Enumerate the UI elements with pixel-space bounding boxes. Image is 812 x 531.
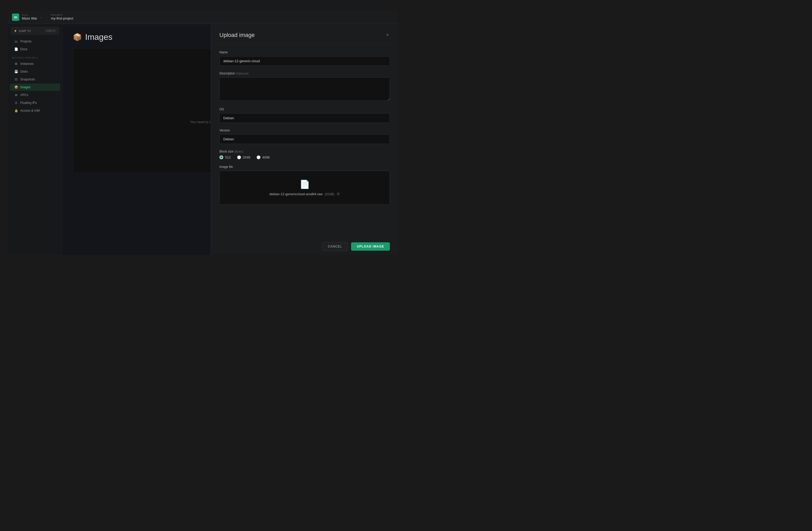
file-drop-area[interactable]: 📄 debian-12-genericcloud-amd64.raw (2GiB… bbox=[219, 171, 390, 205]
main-layout: ⚡ JUMP TO CMD+K 🗂 Projects 📄 Docs MY-FIR… bbox=[8, 24, 398, 255]
sidebar-item-label: Access & IAM bbox=[20, 109, 40, 113]
disks-icon: 💾 bbox=[14, 70, 18, 73]
silo-info: SILO Maze War bbox=[22, 14, 37, 20]
block-size-2048-radio[interactable] bbox=[237, 155, 241, 159]
panel-close-button[interactable]: × bbox=[385, 31, 390, 39]
panel-title: Upload image bbox=[219, 32, 255, 39]
main-content: 📦 Images 📦 No images You need to create … bbox=[62, 24, 398, 255]
sidebar-item-instances[interactable]: ⊞ Instances bbox=[10, 60, 60, 68]
images-page-icon: 📦 bbox=[73, 33, 82, 41]
block-size-label: Block size (Bytes) bbox=[219, 150, 390, 153]
app-logo-icon: m bbox=[12, 14, 19, 21]
os-input[interactable] bbox=[219, 113, 390, 123]
os-label: OS bbox=[219, 107, 390, 111]
name-label: Name bbox=[219, 51, 390, 54]
upload-image-button[interactable]: UPLOAD IMAGE bbox=[351, 242, 390, 251]
block-size-unit: (Bytes) bbox=[234, 150, 243, 153]
snapshots-icon: ⊟ bbox=[14, 77, 18, 81]
project-label: PROJECT bbox=[51, 14, 73, 16]
version-field-group: Version bbox=[219, 129, 390, 144]
block-size-radio-group: 512 2048 4096 bbox=[219, 155, 390, 159]
panel-header: Upload image × bbox=[211, 24, 398, 44]
sidebar-item-snapshots[interactable]: ⊟ Snapshots bbox=[10, 76, 60, 83]
sidebar-item-projects[interactable]: 🗂 Projects bbox=[10, 38, 60, 45]
sidebar-item-docs[interactable]: 📄 Docs bbox=[10, 45, 60, 53]
project-area: PROJECT my-first-project bbox=[51, 14, 73, 20]
sidebar-item-access-iam[interactable]: 🔒 Access & IAM bbox=[10, 107, 60, 114]
sidebar-item-label: Docs bbox=[20, 47, 27, 51]
name-field-group: Name bbox=[219, 51, 390, 66]
name-input[interactable] bbox=[219, 56, 390, 66]
version-label: Version bbox=[219, 129, 390, 132]
floating-ips-icon: ⊙ bbox=[14, 101, 18, 105]
image-file-label: Image file bbox=[219, 165, 390, 169]
header: m SILO Maze War ⌄ PROJECT my-first-proje… bbox=[8, 11, 398, 24]
sidebar-item-label: Projects bbox=[20, 40, 31, 43]
upload-panel: Upload image × Name Description bbox=[211, 24, 398, 255]
block-size-field-group: Block size (Bytes) 512 2048 bbox=[219, 150, 390, 159]
block-size-512-radio[interactable] bbox=[219, 155, 223, 159]
description-optional: (Optional) bbox=[236, 72, 248, 75]
instances-icon: ⊞ bbox=[14, 62, 18, 66]
file-document-icon: 📄 bbox=[300, 180, 310, 189]
project-name: my-first-project bbox=[51, 16, 73, 20]
cancel-button[interactable]: CANCEL bbox=[322, 242, 348, 251]
file-info: debian-12-genericcloud-amd64.raw (2GiB) … bbox=[270, 192, 340, 196]
sidebar-item-floating-ips[interactable]: ⊙ Floating IPs bbox=[10, 99, 60, 106]
block-size-2048-option[interactable]: 2048 bbox=[237, 155, 250, 159]
sidebar-item-images[interactable]: 📦 Images bbox=[10, 84, 60, 91]
app-container: m SILO Maze War ⌄ PROJECT my-first-proje… bbox=[8, 11, 398, 255]
block-size-4096-option[interactable]: 4096 bbox=[257, 155, 270, 159]
file-size: (2GiB) bbox=[324, 192, 334, 196]
sidebar-item-label: VPCs bbox=[20, 93, 28, 97]
images-icon: 📦 bbox=[14, 85, 18, 89]
sidebar-item-label: Floating IPs bbox=[20, 101, 37, 105]
description-field-group: Description (Optional) bbox=[219, 72, 390, 102]
sidebar-section-label: MY-FIRST-PROJECT bbox=[8, 53, 62, 60]
projects-icon: 🗂 bbox=[14, 40, 18, 43]
block-size-512-option[interactable]: 512 bbox=[219, 155, 231, 159]
file-name: debian-12-genericcloud-amd64.raw bbox=[270, 192, 323, 196]
sidebar-item-label: Images bbox=[20, 85, 30, 89]
image-file-field-group: Image file 📄 debian-12-genericcloud-amd6… bbox=[219, 165, 390, 205]
jump-to-label: JUMP TO bbox=[18, 29, 31, 32]
file-remove-button[interactable]: ⊗ bbox=[336, 192, 340, 196]
sidebar-item-label: Disks bbox=[20, 70, 28, 73]
vpcs-icon: ⊕ bbox=[14, 93, 18, 97]
panel-footer: CANCEL UPLOAD IMAGE bbox=[211, 238, 398, 255]
block-size-4096-radio[interactable] bbox=[257, 155, 261, 159]
jump-to-button[interactable]: ⚡ JUMP TO CMD+K bbox=[11, 27, 59, 34]
panel-body: Name Description (Optional) OS bbox=[211, 44, 398, 238]
description-textarea[interactable] bbox=[219, 77, 390, 101]
sidebar-item-vpcs[interactable]: ⊕ VPCs bbox=[10, 91, 60, 99]
os-field-group: OS bbox=[219, 107, 390, 123]
silo-chevron-icon[interactable]: ⌄ bbox=[40, 15, 42, 19]
sidebar: ⚡ JUMP TO CMD+K 🗂 Projects 📄 Docs MY-FIR… bbox=[8, 24, 62, 255]
version-input[interactable] bbox=[219, 134, 390, 144]
jump-icon: ⚡ bbox=[14, 29, 17, 32]
page-title: Images bbox=[85, 32, 113, 42]
sidebar-item-disks[interactable]: 💾 Disks bbox=[10, 68, 60, 75]
sidebar-item-label: Snapshots bbox=[20, 77, 35, 81]
description-label: Description (Optional) bbox=[219, 72, 390, 75]
logo-area: m SILO Maze War ⌄ bbox=[12, 14, 42, 21]
docs-icon: 📄 bbox=[14, 47, 18, 51]
sidebar-item-label: Instances bbox=[20, 62, 33, 66]
jump-to-shortcut: CMD+K bbox=[45, 29, 56, 32]
silo-name: Maze War bbox=[22, 16, 37, 20]
access-iam-icon: 🔒 bbox=[14, 109, 18, 113]
silo-label: SILO bbox=[22, 14, 37, 16]
